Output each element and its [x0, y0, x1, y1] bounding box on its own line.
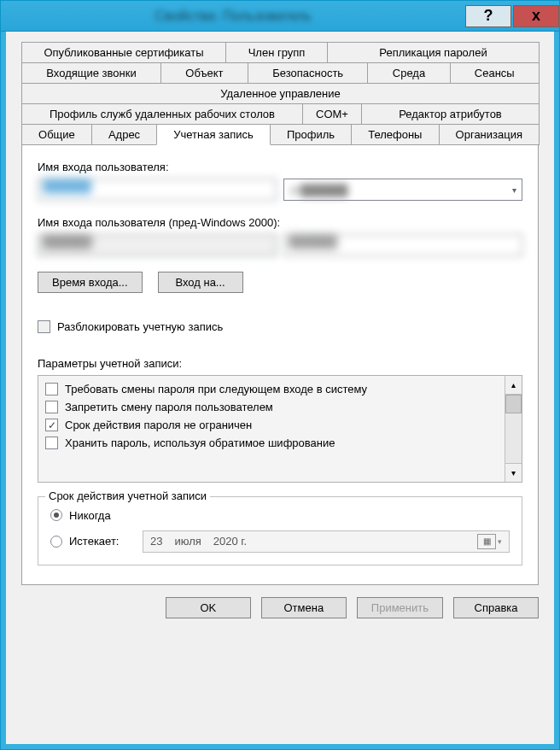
opt-cannot-change-password[interactable]: Запретить смену пароля пользователем: [45, 401, 498, 413]
help-button[interactable]: Справка: [453, 597, 539, 618]
account-expiry-legend: Срок действия учетной записи: [45, 489, 210, 502]
account-expiry-group: Срок действия учетной записи Никогда Ист…: [38, 496, 522, 565]
tab-profile[interactable]: Профиль: [270, 124, 352, 145]
apply-button[interactable]: Применить: [357, 597, 443, 618]
calendar-icon[interactable]: ▦: [477, 534, 496, 549]
expiry-never-label: Никогда: [69, 509, 111, 522]
unlock-account-label: Разблокировать учетную запись: [57, 320, 223, 333]
dialog-footer: OK Отмена Применить Справка: [21, 585, 539, 634]
expiry-month: июля: [174, 535, 201, 548]
chevron-down-icon: ▾: [498, 537, 502, 546]
opt-reversible-encryption[interactable]: Хранить пароль, используя обратимое шифр…: [45, 437, 498, 449]
scroll-up-icon[interactable]: ▴: [505, 376, 522, 395]
properties-dialog: Свойства: Пользователь ? x Опубликованны…: [0, 0, 560, 750]
tab-account[interactable]: Учетная запись: [156, 124, 271, 145]
ok-button[interactable]: OK: [166, 597, 251, 618]
tab-organization[interactable]: Организация: [439, 124, 540, 145]
tab-attribute-editor[interactable]: Редактор атрибутов: [361, 103, 540, 125]
tab-security[interactable]: Безопасность: [248, 62, 369, 84]
scroll-thumb[interactable]: [505, 395, 522, 413]
tab-published-certs[interactable]: Опубликованные сертификаты: [21, 42, 226, 63]
close-button[interactable]: x: [513, 5, 559, 27]
tab-telephones[interactable]: Телефоны: [351, 124, 439, 145]
options-scrollbar[interactable]: ▴ ▾: [505, 376, 522, 482]
expiry-year: 2020 г.: [213, 535, 247, 548]
expiry-date-picker[interactable]: 23 июля 2020 г. ▦ ▾: [143, 530, 510, 553]
expiry-day: 23: [150, 535, 162, 548]
tabs: Опубликованные сертификаты Член групп Ре…: [21, 42, 539, 585]
sam-domain-display: ██████\: [38, 234, 277, 256]
tab-dialin[interactable]: Входящие звонки: [21, 62, 161, 84]
unlock-account-checkbox[interactable]: Разблокировать учетную запись: [38, 320, 223, 333]
tab-object[interactable]: Объект: [160, 62, 248, 84]
account-options-label: Параметры учетной записи:: [38, 357, 522, 370]
tab-password-replication[interactable]: Репликация паролей: [327, 42, 540, 63]
upn-input[interactable]: ██████: [38, 179, 277, 201]
upn-suffix-value: @██████: [289, 184, 347, 196]
upn-label: Имя входа пользователя:: [38, 161, 522, 173]
cancel-button[interactable]: Отмена: [261, 597, 347, 618]
scroll-down-icon[interactable]: ▾: [505, 463, 522, 482]
radio-icon: [50, 536, 62, 548]
opt-label: Хранить пароль, используя обратимое шифр…: [65, 437, 335, 449]
checkbox-icon: [45, 383, 58, 396]
help-button[interactable]: ?: [465, 5, 511, 27]
tab-address[interactable]: Адрес: [91, 124, 157, 145]
tab-remote-control[interactable]: Удаленное управление: [21, 83, 540, 104]
expiry-on-label: Истекает:: [69, 535, 119, 548]
tab-sessions[interactable]: Сеансы: [450, 62, 540, 84]
opt-label: Запретить смену пароля пользователем: [65, 401, 273, 413]
dialog-body: Опубликованные сертификаты Член групп Ре…: [1, 32, 559, 749]
logon-to-button[interactable]: Вход на...: [158, 272, 243, 293]
account-options-list: Требовать смены пароля при следующем вхо…: [38, 375, 522, 483]
tab-member-of[interactable]: Член групп: [225, 42, 328, 63]
tab-environment[interactable]: Среда: [367, 62, 450, 84]
opt-change-password-next[interactable]: Требовать смены пароля при следующем вхо…: [45, 383, 498, 396]
opt-label: Требовать смены пароля при следующем вхо…: [65, 383, 367, 396]
expiry-never-radio[interactable]: Никогда: [50, 509, 111, 522]
window-title: Свойства: Пользователь: [1, 9, 465, 24]
upn-suffix-dropdown[interactable]: @██████ ▾: [283, 179, 522, 201]
logon-hours-button[interactable]: Время входа...: [38, 272, 143, 293]
tab-rds-profile[interactable]: Профиль служб удаленных рабочих столов: [21, 103, 303, 125]
opt-password-never-expires[interactable]: ✓ Срок действия пароля не ограничен: [45, 419, 498, 431]
sam-input[interactable]: ██████: [283, 234, 522, 256]
tab-com-plus[interactable]: COM+: [302, 103, 362, 125]
tab-panel-account: Имя входа пользователя: ██████ @██████ ▾…: [21, 144, 539, 585]
opt-label: Срок действия пароля не ограничен: [65, 419, 252, 431]
checkbox-icon: [38, 320, 50, 333]
radio-icon: [50, 509, 62, 521]
checkbox-icon: [45, 401, 58, 413]
chevron-down-icon: ▾: [512, 185, 516, 195]
titlebar[interactable]: Свойства: Пользователь ? x: [1, 1, 559, 32]
tab-general[interactable]: Общие: [21, 124, 92, 145]
checkbox-icon: ✓: [45, 419, 58, 431]
checkbox-icon: [45, 437, 58, 449]
expiry-on-radio[interactable]: Истекает:: [50, 535, 127, 548]
sam-label: Имя входа пользователя (пред-Windows 200…: [38, 216, 522, 229]
